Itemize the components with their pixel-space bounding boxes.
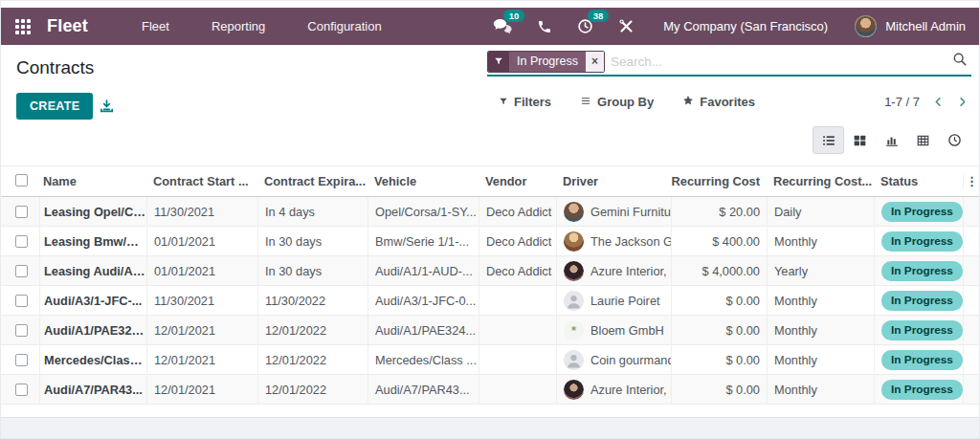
cell-vehicle: Audi/A1/1-AUD-... [368,256,479,285]
cell-name: Audi/A3/1-JFC-... [39,286,146,315]
view-graph-button[interactable] [876,126,907,154]
column-header-exp[interactable]: Contract Expira... [257,174,368,188]
filters-label: Filters [514,95,551,109]
cell-vehicle: Mercedes/Class ... [368,345,479,374]
cell-contract-expiration: In 30 days [257,227,368,255]
row-end-spacer [963,197,980,226]
view-pivot-button[interactable] [907,126,939,154]
column-header-vendor[interactable]: Vendor [479,174,556,188]
pager-previous-icon[interactable] [933,96,944,108]
driver-name: Laurie Poiret [590,294,660,308]
favorites-label: Favorites [700,95,755,109]
navbar-right: 10 38 My Company (San Francisco) [468,15,966,37]
company-switcher[interactable]: My Company (San Francisco) [663,19,828,33]
table-header-row: NameContract Start ...Contract Expira...… [1,165,980,197]
pager-next-icon[interactable] [957,96,968,108]
search-input[interactable] [611,55,952,69]
view-activity-button[interactable] [939,126,970,154]
cell-recurring-cost: $ 0.00 [671,345,767,374]
cell-vendor [479,345,556,374]
table-row[interactable]: Audi/A7/PAR43...12/01/202112/01/2022Audi… [1,375,980,405]
user-menu[interactable]: Mitchell Admin [855,15,966,37]
table-row[interactable]: Mercedes/Class ...12/01/202112/01/2022Me… [1,345,980,375]
search-icon[interactable] [952,52,968,71]
menu-reporting[interactable]: Reporting [190,19,286,33]
driver-name: Coin gourmand [590,353,671,367]
favorites-button[interactable]: Favorites [682,95,755,109]
status-badge: In Progress [881,380,963,400]
filter-funnel-icon [488,52,509,72]
row-end-spacer [963,227,980,255]
status-badge: In Progress [881,291,963,311]
cell-status: In Progress [874,316,963,344]
table-row[interactable]: Leasing Bmw/Se...01/01/2021In 30 daysBmw… [1,227,980,256]
cell-vendor [479,375,556,404]
activities-button[interactable]: 38 [577,18,593,34]
column-header-status[interactable]: Status [874,174,963,188]
cell-status: In Progress [874,345,963,374]
select-all-checkbox[interactable] [1,174,39,189]
cell-vendor [479,316,556,344]
driver-name: The Jackson Group [590,234,671,249]
view-list-button[interactable] [813,126,844,154]
search-bar[interactable]: In Progress × [487,48,971,77]
cell-name: Audi/A1/PAE324... [39,316,146,344]
user-avatar [855,15,877,37]
cell-recurring-cost-frequency: Yearly [767,256,874,285]
pager: 1-7 / 7 [884,95,968,109]
column-header-driver[interactable]: Driver [556,174,671,188]
table-row[interactable]: Audi/A1/PAE324...12/01/202112/01/2022Aud… [1,316,980,345]
cell-contract-start: 12/01/2021 [146,345,257,374]
row-checkbox[interactable] [1,286,39,315]
apps-menu-button[interactable] [11,14,35,39]
facet-remove-icon[interactable]: × [586,52,604,72]
user-name: Mitchell Admin [885,19,966,33]
cell-status: In Progress [874,286,963,315]
cell-driver: Coin gourmand [556,345,671,374]
menu-configuration[interactable]: Configuration [286,19,402,33]
group-by-label: Group By [597,95,654,109]
column-header-freq[interactable]: Recurring Cost... [767,174,874,188]
row-checkbox[interactable] [1,197,39,226]
status-badge: In Progress [881,231,963,252]
app-title[interactable]: Fleet [47,16,88,36]
cell-contract-start: 01/01/2021 [146,227,257,255]
optional-columns-toggle-icon[interactable]: ⋮ [963,174,980,188]
table-row[interactable]: Audi/A3/1-JFC-...11/30/202111/30/2022Aud… [1,286,980,316]
cell-vendor: Deco Addict [479,197,556,226]
export-download-icon[interactable] [99,99,115,119]
driver-avatar: * [564,320,584,340]
row-end-spacer [963,256,980,285]
column-header-cost[interactable]: Recurring Cost [671,174,767,188]
row-checkbox[interactable] [1,256,39,285]
row-checkbox[interactable] [1,316,39,344]
messages-button[interactable]: 10 [493,18,512,34]
wrench-icon [618,18,635,34]
cell-contract-start: 11/30/2021 [146,197,257,226]
phone-button[interactable] [537,19,552,34]
table-row[interactable]: Leasing Opel/Co...11/30/2021In 4 daysOpe… [1,197,980,227]
cell-contract-expiration: 12/01/2022 [257,375,368,404]
driver-avatar [564,261,584,281]
row-checkbox[interactable] [1,227,39,255]
column-header-vehicle[interactable]: Vehicle [368,174,479,188]
row-end-spacer [963,316,980,344]
view-kanban-button[interactable] [844,126,876,154]
cell-status: In Progress [874,197,963,226]
top-gap [1,1,979,8]
cell-status: In Progress [874,375,963,404]
menu-fleet[interactable]: Fleet [121,19,190,33]
table-row[interactable]: Leasing Audi/A1...01/01/2021In 30 daysAu… [1,256,980,286]
filters-button[interactable]: Filters [499,95,551,109]
group-by-icon [580,95,591,109]
cell-recurring-cost-frequency: Monthly [767,227,874,255]
row-checkbox[interactable] [1,375,39,404]
row-checkbox[interactable] [1,345,39,374]
cell-name: Leasing Opel/Co... [39,197,146,226]
column-header-name[interactable]: Name [39,174,146,188]
create-button[interactable]: CREATE [16,93,93,120]
group-by-button[interactable]: Group By [580,95,654,109]
tools-button[interactable] [618,18,635,34]
cell-driver: Azure Interior, B [556,256,671,285]
column-header-start[interactable]: Contract Start ... [146,174,257,188]
